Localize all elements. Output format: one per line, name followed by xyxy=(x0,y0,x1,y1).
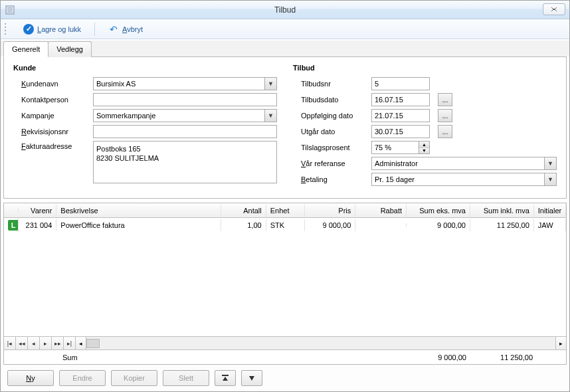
grid-navigator: |◂ ◂◂ ◂ ▸ ▸▸ ▸| ◂ ▸ xyxy=(4,336,566,349)
grid-body: L 231 004 PowerOffice faktura 1,00 STK 9… xyxy=(4,218,566,336)
cancel-label-rest: vbryt xyxy=(127,25,143,33)
col-sum-inkl[interactable]: Sum inkl. mva xyxy=(470,205,534,217)
nav-next-button[interactable]: ▸ xyxy=(40,337,52,349)
sum-label: Sum xyxy=(58,351,92,363)
cancel-button[interactable]: ↶ Avbryt xyxy=(104,22,147,37)
col-sum-eks[interactable]: Sum eks. mva xyxy=(407,205,470,217)
cell-sum-inkl: 11 250,00 xyxy=(470,219,534,231)
svg-rect-4 xyxy=(222,375,229,376)
nav-next-page-button[interactable]: ▸▸ xyxy=(52,337,64,349)
ny-button[interactable]: Ny xyxy=(7,370,54,386)
utgaar-input[interactable]: 30.07.15 xyxy=(371,125,430,138)
cell-sum-eks: 9 000,00 xyxy=(407,219,470,231)
tilbudsdato-input[interactable]: 16.07.15 xyxy=(371,93,430,106)
tilbudsdato-picker-button[interactable]: ... xyxy=(438,93,452,106)
oppfolging-input[interactable]: 21.07.15 xyxy=(371,109,430,122)
oppfolging-picker-button[interactable]: ... xyxy=(438,109,452,122)
kopier-button[interactable]: Kopier xyxy=(111,370,157,386)
col-pris[interactable]: Pris xyxy=(305,205,356,217)
sum-inkl-value: 11 250,00 xyxy=(466,353,533,361)
endre-button[interactable]: Endre xyxy=(59,370,106,386)
line-type-icon: L xyxy=(8,220,19,231)
spin-up-icon[interactable]: ▲ xyxy=(419,142,429,148)
betaling-label: Betaling xyxy=(293,175,366,183)
kampanje-value: Sommerkampanje xyxy=(96,112,155,120)
move-down-button[interactable] xyxy=(241,370,262,386)
col-varenr[interactable]: Varenr xyxy=(19,205,57,217)
kampanje-label: Kampanje xyxy=(13,112,88,120)
tab-vedlegg[interactable]: Vedlegg xyxy=(48,41,92,57)
check-circle-icon: ✓ xyxy=(23,24,34,35)
tab-strip: Generelt Vedlegg xyxy=(1,41,569,56)
kundenavn-value: Bursimix AS xyxy=(96,80,136,88)
scroll-left-icon[interactable]: ◂ xyxy=(76,337,86,349)
titlebar: Tilbud xyxy=(1,1,569,19)
kontaktperson-label: Kontaktperson xyxy=(13,96,88,104)
col-beskrivelse[interactable]: Beskrivelse xyxy=(56,205,221,217)
cell-initialer: JAW xyxy=(534,219,566,231)
line-items-grid: Varenr Beskrivelse Antall Enhet Pris Rab… xyxy=(3,203,567,365)
scroll-right-icon[interactable]: ▸ xyxy=(555,337,566,349)
cell-pris: 9 000,00 xyxy=(305,219,356,231)
bottom-toolbar: Ny Endre Kopier Slett xyxy=(1,365,569,391)
kontaktperson-input[interactable] xyxy=(93,93,277,106)
nav-last-button[interactable]: ▸| xyxy=(64,337,76,349)
nav-first-button[interactable]: |◂ xyxy=(4,337,16,349)
rekvisisjonsnr-label: Rekvisisjonsnr xyxy=(13,128,88,136)
cell-antall: 1,00 xyxy=(221,219,266,231)
spin-down-icon[interactable]: ▼ xyxy=(419,148,429,154)
cell-enhet: STK xyxy=(266,219,305,231)
toolbar: ✓ Lagre og lukk ↶ Avbryt xyxy=(1,19,569,39)
window-title: Tilbud xyxy=(1,5,569,15)
kundenavn-label: Kundenavn xyxy=(13,80,88,88)
vaar-referanse-label: Vår referanse xyxy=(293,159,366,167)
nav-prev-button[interactable]: ◂ xyxy=(28,337,40,349)
table-row[interactable]: L 231 004 PowerOffice faktura 1,00 STK 9… xyxy=(4,218,566,233)
grid-header: Varenr Beskrivelse Antall Enhet Pris Rab… xyxy=(4,203,566,218)
save-close-label-rest: agre og lukk xyxy=(41,25,81,33)
fakturaadresse-label: Fakturaadresse xyxy=(13,141,88,150)
col-rabatt[interactable]: Rabatt xyxy=(355,205,407,217)
chevron-down-icon: ▼ xyxy=(264,78,276,90)
move-up-button[interactable] xyxy=(215,370,236,386)
tilslagsprosent-label: Tilslagsprosent xyxy=(293,144,366,151)
toolbar-separator xyxy=(94,23,95,36)
cell-beskrivelse: PowerOffice faktura xyxy=(56,219,221,231)
col-antall[interactable]: Antall xyxy=(221,205,266,217)
col-initialer[interactable]: Initialer xyxy=(534,205,566,217)
save-close-button[interactable]: ✓ Lagre og lukk xyxy=(19,22,85,37)
scroll-thumb[interactable] xyxy=(86,339,100,348)
toolbar-grip xyxy=(5,23,7,35)
cell-varenr: 231 004 xyxy=(19,219,57,231)
arrow-up-bar-icon xyxy=(221,374,230,382)
tilbudsnr-label: Tilbudsnr xyxy=(293,80,366,88)
betaling-value: Pr. 15 dager xyxy=(375,175,415,183)
tilbudsdato-label: Tilbudsdato xyxy=(293,96,366,104)
sum-row: Sum 9 000,00 11 250,00 xyxy=(4,349,566,364)
close-button[interactable] xyxy=(543,3,565,15)
sum-eks-value: 9 000,00 xyxy=(400,353,466,361)
kunde-section: Kunde Kundenavn Bursimix AS ▼ Kontaktper… xyxy=(13,64,277,189)
rekvisisjonsnr-input[interactable] xyxy=(93,125,277,138)
tilslagsprosent-spinner[interactable]: 75 % ▲ ▼ xyxy=(371,141,430,154)
tab-pane-generelt: Kunde Kundenavn Bursimix AS ▼ Kontaktper… xyxy=(3,56,567,199)
tilbudsnr-input[interactable]: 5 xyxy=(371,77,430,90)
tilbud-heading: Tilbud xyxy=(293,64,557,72)
slett-button[interactable]: Slett xyxy=(163,370,209,386)
vaar-referanse-combo[interactable]: Administrator ▼ xyxy=(371,157,557,170)
tab-generelt[interactable]: Generelt xyxy=(3,41,48,57)
kampanje-combo[interactable]: Sommerkampanje ▼ xyxy=(93,109,277,122)
nav-prev-page-button[interactable]: ◂◂ xyxy=(16,337,28,349)
betaling-combo[interactable]: Pr. 15 dager ▼ xyxy=(371,173,557,186)
utgaar-picker-button[interactable]: ... xyxy=(438,125,452,138)
tilslagsprosent-value: 75 % xyxy=(375,144,391,151)
fakturaadresse-textarea[interactable]: Postboks 165 8230 SULITJELMA xyxy=(93,141,277,183)
chevron-down-icon: ▼ xyxy=(544,173,556,185)
kundenavn-combo[interactable]: Bursimix AS ▼ xyxy=(93,77,277,90)
kunde-heading: Kunde xyxy=(13,64,277,72)
undo-icon: ↶ xyxy=(108,24,119,35)
col-enhet[interactable]: Enhet xyxy=(266,205,305,217)
chevron-down-icon: ▼ xyxy=(264,110,276,122)
horizontal-scrollbar[interactable]: ◂ ▸ xyxy=(76,337,566,349)
chevron-down-icon: ▼ xyxy=(544,157,556,169)
